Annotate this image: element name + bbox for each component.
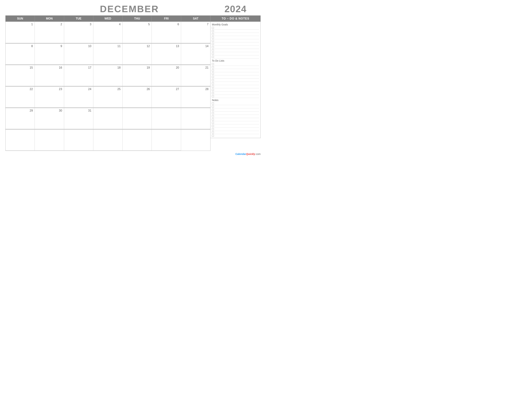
todo-lists-section: To Do Lists (212, 59, 259, 98)
checkbox-icon[interactable] (212, 63, 214, 65)
checkbox-icon[interactable] (212, 95, 214, 97)
table-row: 28 (181, 86, 210, 108)
checkbox-icon[interactable] (212, 79, 214, 81)
checkbox-icon[interactable] (212, 76, 214, 78)
checkbox-icon[interactable] (212, 37, 214, 38)
table-row (152, 129, 181, 151)
notes-section: Notes (212, 99, 259, 137)
table-row: 24 (64, 86, 93, 108)
calendar-grid: 1 2 3 4 5 6 7 8 9 10 11 12 13 14 15 16 1… (6, 22, 210, 151)
checkbox-icon[interactable] (212, 122, 214, 124)
day-header-sun: SUN (6, 16, 35, 22)
checkbox-icon[interactable] (212, 86, 214, 88)
table-row (181, 108, 210, 129)
table-row: 16 (35, 65, 64, 86)
list-item (212, 82, 259, 85)
list-item (212, 26, 259, 29)
day-header-tue: TUE (64, 16, 93, 22)
checkbox-icon[interactable] (212, 43, 214, 45)
checkbox-icon[interactable] (212, 125, 214, 127)
table-row: 8 (6, 43, 35, 65)
table-row (93, 108, 123, 129)
checkbox-icon[interactable] (212, 66, 214, 68)
checkbox-icon[interactable] (212, 53, 214, 55)
list-item (212, 134, 259, 137)
checkbox-icon[interactable] (212, 33, 214, 35)
checkbox-icon[interactable] (212, 106, 214, 108)
checkbox-icon[interactable] (212, 131, 214, 133)
checkbox-icon[interactable] (212, 115, 214, 117)
checkbox-icon[interactable] (212, 73, 214, 75)
month-title: DECEMBER (27, 4, 210, 14)
footer-brand: CalendarQuickly.com (235, 153, 261, 155)
checkbox-icon[interactable] (212, 128, 214, 130)
list-item (212, 102, 259, 105)
checkbox-icon[interactable] (212, 89, 214, 91)
list-item (212, 105, 259, 108)
table-row: 26 (123, 86, 152, 108)
table-row: 25 (93, 86, 123, 108)
table-row: 6 (152, 22, 181, 43)
table-row: 27 (152, 86, 181, 108)
list-item (212, 95, 259, 98)
table-row: 31 (64, 108, 93, 129)
checkbox-icon[interactable] (212, 46, 214, 48)
day-header-mon: MON (35, 16, 64, 22)
calendar-section: SUN MON TUE WED THU FRI SAT 1 2 3 4 5 6 … (5, 15, 210, 151)
todo-header: TO – DO & NOTES (210, 16, 260, 22)
table-row: 23 (35, 86, 64, 108)
checkbox-icon[interactable] (212, 27, 214, 29)
checkbox-icon[interactable] (212, 49, 214, 51)
checkbox-icon[interactable] (212, 56, 214, 58)
day-header-sat: SAT (181, 16, 210, 22)
checkbox-icon[interactable] (212, 109, 214, 111)
table-row: 30 (35, 108, 64, 129)
todo-section: TO – DO & NOTES Monthly Goals (210, 15, 261, 138)
checkbox-icon[interactable] (212, 119, 214, 121)
checkbox-icon[interactable] (212, 103, 214, 104)
checkbox-icon[interactable] (212, 40, 214, 42)
table-row: 29 (6, 108, 35, 129)
table-row: 18 (93, 65, 123, 86)
day-header-thu: THU (123, 16, 152, 22)
list-item (212, 49, 259, 52)
list-item (212, 46, 259, 49)
checkbox-icon[interactable] (212, 92, 214, 94)
day-header-fri: FRI (152, 16, 181, 22)
list-item (212, 112, 259, 115)
day-headers: SUN MON TUE WED THU FRI SAT (6, 16, 210, 22)
list-item (212, 128, 259, 131)
checkbox-icon[interactable] (212, 112, 214, 114)
list-item (212, 66, 259, 69)
checkbox-icon[interactable] (212, 69, 214, 71)
notes-title: Notes (212, 99, 259, 102)
monthly-goals-title: Monthly Goals (212, 23, 259, 26)
year-title: 2024 (210, 4, 261, 14)
list-item (212, 88, 259, 92)
table-row: 19 (123, 65, 152, 86)
footer-quickly-text: Quickly (246, 153, 255, 155)
table-row: 9 (35, 43, 64, 65)
checkbox-icon[interactable] (212, 135, 214, 137)
table-row (93, 129, 123, 151)
main-layout: SUN MON TUE WED THU FRI SAT 1 2 3 4 5 6 … (5, 15, 261, 151)
table-row: 10 (64, 43, 93, 65)
monthly-goals-section: Monthly Goals (212, 23, 259, 59)
list-item (212, 118, 259, 121)
footer-com-text: .com (255, 153, 261, 155)
list-item (212, 75, 259, 79)
table-row: 14 (181, 43, 210, 65)
table-row (123, 108, 152, 129)
checkbox-icon[interactable] (212, 82, 214, 84)
list-item (212, 29, 259, 33)
table-row: 7 (181, 22, 210, 43)
checkbox-icon[interactable] (212, 30, 214, 32)
table-row: 21 (181, 65, 210, 86)
list-item (212, 79, 259, 82)
table-row (35, 129, 64, 151)
table-row: 22 (6, 86, 35, 108)
table-row (6, 129, 35, 151)
list-item (212, 55, 259, 59)
table-row (152, 108, 181, 129)
table-row: 2 (35, 22, 64, 43)
